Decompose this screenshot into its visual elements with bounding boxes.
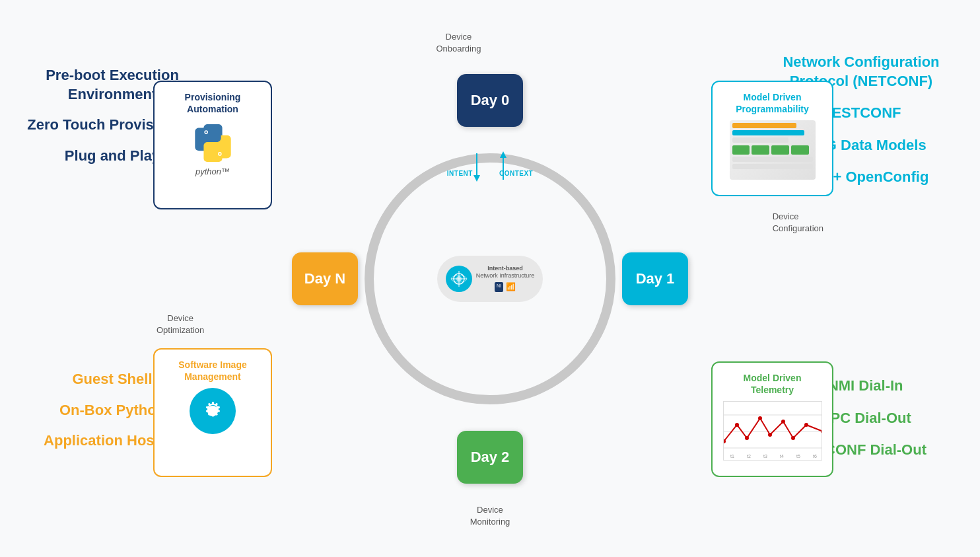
- svg-text:t6: t6: [813, 454, 817, 459]
- gear-icon: ⚙: [190, 388, 236, 434]
- svg-marker-3: [500, 151, 507, 158]
- svg-marker-1: [473, 175, 480, 182]
- intent-inner: Intent-based Network Infrastructure NI 📶: [446, 265, 535, 293]
- svg-point-13: [219, 153, 221, 155]
- prov-title: ProvisioningAutomation: [164, 91, 262, 115]
- svg-point-23: [768, 433, 772, 437]
- svg-text:⚙: ⚙: [204, 398, 222, 420]
- network-icon: [446, 266, 472, 292]
- intent-network-box: Intent-based Network Infrastructure NI 📶: [437, 256, 543, 302]
- day2-box: Day 2: [457, 431, 523, 484]
- device-configuration-label: DeviceConfiguration: [773, 211, 823, 235]
- center-diagram: Day 0 Day 1 Day 2 Day N INTENT CONTEXT: [285, 67, 695, 490]
- dayn-box: Day N: [292, 252, 358, 305]
- svg-point-24: [781, 420, 785, 424]
- svg-point-21: [745, 436, 749, 440]
- mdp-image: [730, 120, 816, 180]
- svg-text:t3: t3: [763, 454, 767, 459]
- svg-point-22: [758, 416, 762, 420]
- intent-arrows: [464, 150, 516, 183]
- svg-text:t5: t5: [796, 454, 800, 459]
- sim-panel: Software ImageManagement ⚙: [153, 348, 272, 477]
- python-logo: [186, 120, 239, 167]
- svg-point-26: [804, 423, 808, 427]
- provisioning-panel: ProvisioningAutomation python™: [153, 81, 272, 209]
- svg-text:t2: t2: [747, 454, 751, 459]
- svg-point-25: [791, 436, 795, 440]
- intent-network-text: Intent-based Network Infrastructure NI 📶: [476, 265, 535, 293]
- dayn-label: Day N: [304, 270, 345, 287]
- svg-point-20: [735, 423, 739, 427]
- mdt-title: Model DrivenTelemetry: [722, 372, 823, 396]
- device-monitoring-label: DeviceMonitoring: [470, 504, 510, 528]
- mdt-panel: Model DrivenTelemetry: [711, 361, 833, 477]
- day0-label: Day 0: [471, 92, 510, 109]
- mdp-panel: Model DrivenProgrammability: [711, 81, 833, 196]
- main-container: Pre-boot ExecutionEnvironment Zero Touch…: [0, 0, 980, 557]
- python-text: python™: [164, 167, 262, 176]
- day2-label: Day 2: [471, 449, 510, 466]
- day0-box: Day 0: [457, 74, 523, 127]
- day1-box: Day 1: [622, 252, 688, 305]
- day1-label: Day 1: [636, 270, 675, 287]
- mdp-title: Model DrivenProgrammability: [722, 91, 823, 115]
- device-optimization-label: DeviceOptimization: [157, 313, 204, 336]
- sim-title: Software ImageManagement: [164, 359, 262, 383]
- svg-point-11: [205, 131, 207, 133]
- svg-text:t4: t4: [780, 454, 784, 459]
- device-onboarding-label: DeviceOnboarding: [436, 31, 481, 55]
- telemetry-chart: t1 t2 t3 t4 t5 t6: [723, 401, 822, 461]
- svg-text:t1: t1: [730, 454, 734, 459]
